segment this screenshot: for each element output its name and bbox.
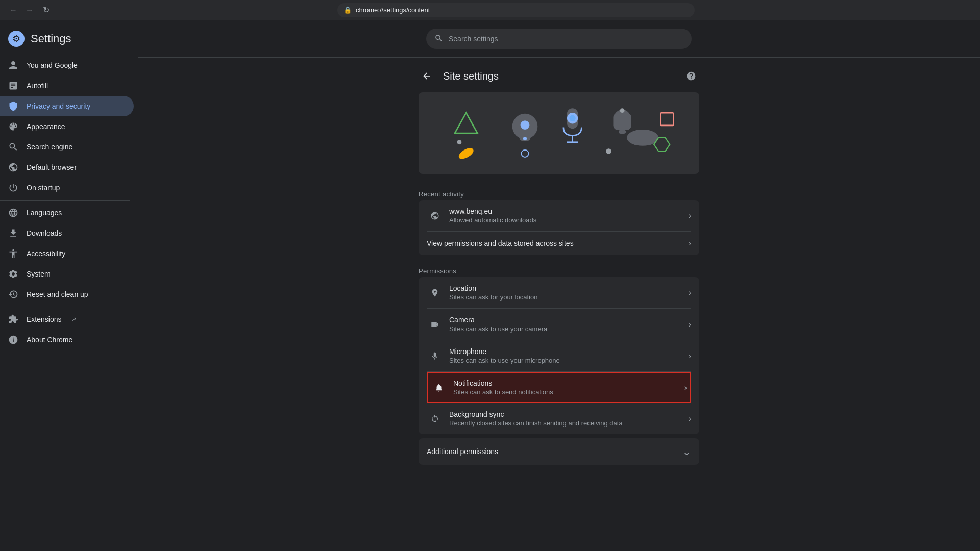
sidebar-label-about-chrome: About Chrome [27, 336, 72, 344]
permissions-label: Permissions [419, 263, 699, 277]
camera-icon [427, 320, 443, 329]
languages-icon [8, 208, 18, 218]
svg-point-2 [457, 146, 475, 161]
expand-icon: ⌄ [682, 445, 691, 458]
sidebar-item-privacy-security[interactable]: Privacy and security [0, 96, 134, 116]
address-bar[interactable]: 🔒 chrome://settings/content [337, 3, 695, 17]
shield-icon [8, 101, 18, 111]
site-settings-title: Site settings [443, 70, 499, 82]
notifications-text: Notifications Sites can ask to send noti… [453, 379, 680, 396]
microphone-chevron: › [689, 352, 691, 361]
sidebar-item-search-engine[interactable]: Search engine [0, 137, 134, 157]
search-icon [434, 34, 444, 44]
svg-point-1 [457, 140, 461, 144]
sidebar-item-system[interactable]: System [0, 264, 134, 284]
content-area: Site settings [138, 58, 980, 481]
microphone-icon [427, 352, 443, 361]
permissions-card: Location Sites can ask for your location… [419, 277, 699, 434]
sidebar-header: ⚙ Settings [0, 27, 138, 55]
main-content: Search settings Site settings [138, 20, 980, 551]
sidebar-label-on-startup: On startup [27, 184, 60, 192]
sidebar-item-you-and-google[interactable]: You and Google [0, 55, 134, 76]
sidebar-item-extensions[interactable]: Extensions ↗ [0, 309, 134, 330]
benq-chevron-icon: › [689, 211, 691, 220]
svg-rect-12 [613, 113, 631, 130]
sidebar-item-accessibility[interactable]: Accessibility [0, 243, 134, 264]
notifications-title: Notifications [453, 379, 680, 387]
sidebar-item-autofill[interactable]: Autofill [0, 76, 134, 96]
sidebar-item-on-startup[interactable]: On startup [0, 178, 134, 198]
illustration-banner [419, 92, 699, 174]
permission-location-row[interactable]: Location Sites can ask for your location… [427, 277, 691, 309]
additional-permissions-title: Additional permissions [427, 447, 682, 456]
sidebar-label-languages: Languages [27, 209, 62, 217]
sidebar-label-accessibility: Accessibility [27, 249, 65, 258]
forward-button[interactable]: → [22, 3, 37, 17]
permission-background-sync-row[interactable]: Background sync Recently closed sites ca… [427, 403, 691, 434]
sidebar-divider-2 [0, 307, 130, 307]
site-settings-back-button[interactable] [419, 68, 435, 84]
camera-text: Camera Sites can ask to use your camera [449, 316, 684, 333]
location-subtitle: Sites can ask for your location [449, 293, 684, 301]
svg-point-4 [521, 120, 530, 130]
permission-notifications-row[interactable]: Notifications Sites can ask to send noti… [427, 372, 691, 403]
svg-point-15 [627, 130, 658, 146]
sidebar-label-downloads: Downloads [27, 229, 62, 237]
system-icon [8, 269, 18, 279]
recent-activity-card: www.benq.eu Allowed automatic downloads … [419, 200, 699, 255]
sidebar-label-appearance: Appearance [27, 122, 65, 131]
additional-permissions-card: Additional permissions ⌄ [419, 438, 699, 465]
location-text: Location Sites can ask for your location [449, 284, 684, 301]
extensions-icon [8, 314, 18, 324]
default-browser-icon [8, 162, 18, 172]
autofill-icon [8, 81, 18, 91]
sidebar-label-default-browser: Default browser [27, 163, 77, 171]
svg-marker-0 [455, 113, 477, 133]
recent-activity-label: Recent activity [419, 186, 699, 200]
sidebar-title: Settings [31, 32, 71, 45]
sidebar-item-default-browser[interactable]: Default browser [0, 157, 134, 178]
svg-point-14 [620, 108, 625, 113]
sidebar-label-search-engine: Search engine [27, 143, 72, 151]
sidebar-item-reset-cleanup[interactable]: Reset and clean up [0, 284, 134, 305]
sidebar-label-privacy-security: Privacy and security [27, 102, 90, 110]
person-icon [8, 60, 18, 70]
view-permissions-row[interactable]: View permissions and data stored across … [427, 232, 691, 255]
sidebar-item-appearance[interactable]: Appearance [0, 116, 134, 137]
accessibility-icon [8, 248, 18, 259]
sidebar-divider [0, 200, 130, 201]
view-permissions-label: View permissions and data stored across … [427, 239, 684, 247]
reset-cleanup-icon [8, 289, 18, 299]
sidebar-item-downloads[interactable]: Downloads [0, 223, 134, 243]
settings-logo: ⚙ [8, 31, 24, 47]
location-title: Location [449, 284, 684, 292]
sidebar-item-languages[interactable]: Languages [0, 203, 134, 223]
benq-site-icon [427, 211, 443, 220]
benq-site-description: Allowed automatic downloads [449, 216, 684, 224]
additional-permissions-row[interactable]: Additional permissions ⌄ [427, 438, 691, 465]
url-text: chrome://settings/content [356, 6, 430, 14]
permission-camera-row[interactable]: Camera Sites can ask to use your camera … [427, 309, 691, 340]
view-permissions-text: View permissions and data stored across … [427, 239, 684, 247]
help-button[interactable] [683, 68, 699, 84]
sidebar-item-about-chrome[interactable]: About Chrome [0, 330, 134, 350]
search-bar[interactable]: Search settings [426, 29, 692, 49]
background-sync-icon [427, 414, 443, 423]
microphone-subtitle: Sites can ask to use your microphone [449, 357, 684, 364]
notifications-chevron: › [684, 383, 687, 392]
sidebar-label-extensions: Extensions [27, 315, 61, 323]
background-sync-subtitle: Recently closed sites can finish sending… [449, 419, 684, 427]
svg-rect-18 [661, 113, 674, 126]
background-sync-chevron: › [689, 414, 691, 423]
reload-button[interactable]: ↻ [39, 3, 53, 17]
recent-item-benq[interactable]: www.benq.eu Allowed automatic downloads … [427, 200, 691, 232]
search-placeholder: Search settings [449, 35, 498, 43]
back-button[interactable]: ← [6, 3, 20, 17]
notifications-icon [431, 383, 447, 392]
background-sync-title: Background sync [449, 410, 684, 418]
site-settings-header: Site settings [419, 58, 699, 92]
sidebar-label-reset-cleanup: Reset and clean up [27, 290, 88, 298]
permission-microphone-row[interactable]: Microphone Sites can ask to use your mic… [427, 340, 691, 372]
browser-chrome-bar: ← → ↻ 🔒 chrome://settings/content [0, 0, 980, 20]
location-chevron: › [689, 288, 691, 297]
